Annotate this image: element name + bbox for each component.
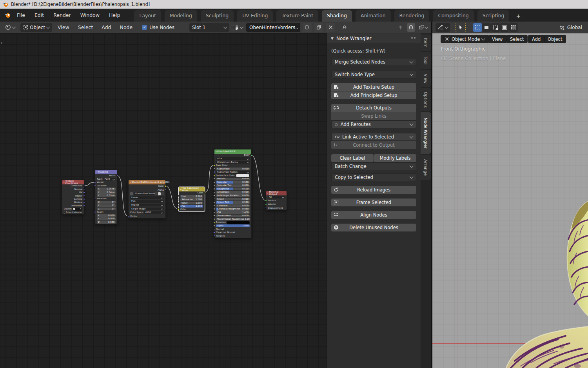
output-socket[interactable] bbox=[83, 185, 85, 187]
input-socket[interactable] bbox=[213, 235, 215, 237]
menu-window[interactable]: Window bbox=[76, 12, 104, 18]
input-socket[interactable] bbox=[94, 181, 96, 183]
tab-options[interactable]: Options bbox=[421, 88, 431, 111]
value-slider[interactable]: Saturation1.500 bbox=[180, 198, 203, 201]
value-slider[interactable]: Transmission0.000 bbox=[216, 215, 250, 217]
tab-sculpting[interactable]: Sculpting bbox=[201, 10, 234, 22]
node-dropdown[interactable]: Point bbox=[103, 178, 116, 180]
value-field[interactable]: Z0° bbox=[97, 208, 116, 210]
input-socket[interactable] bbox=[178, 208, 180, 210]
clear-label-button[interactable]: Clear Label bbox=[331, 154, 374, 162]
input-socket[interactable] bbox=[213, 211, 215, 213]
collapse-icon[interactable]: ▾ bbox=[180, 188, 181, 190]
value-slider[interactable]: Value1.000 bbox=[180, 202, 203, 204]
value-slider[interactable]: IOR1.450 bbox=[216, 211, 250, 214]
node-dropdown[interactable]: Repeat bbox=[130, 204, 164, 206]
value-field[interactable]: X0° bbox=[97, 201, 116, 204]
viewport-menu-object[interactable]: Object bbox=[544, 35, 566, 43]
node-material-output[interactable]: ▾ Material OutputAllSurfaceVolumeDisplac… bbox=[266, 191, 287, 210]
object-mode-dropdown[interactable]: Object Mode bbox=[441, 35, 488, 43]
menu-view[interactable]: View bbox=[54, 24, 73, 30]
input-socket[interactable] bbox=[178, 199, 180, 200]
align-nodes-button[interactable]: Align Nodes bbox=[331, 211, 416, 219]
node-header[interactable]: ▾ Principled BSDF bbox=[214, 149, 251, 154]
collapse-icon[interactable]: ▾ bbox=[216, 151, 217, 153]
menu-add[interactable]: Add bbox=[98, 24, 114, 30]
modify-labels-button[interactable]: Modify Labels bbox=[374, 154, 416, 162]
menu-file[interactable]: File bbox=[12, 12, 30, 18]
select-box-tool-button[interactable] bbox=[456, 23, 466, 32]
snap-toggle-button[interactable] bbox=[407, 23, 415, 32]
value-field[interactable]: X0.05 m bbox=[97, 188, 116, 190]
input-socket[interactable] bbox=[213, 208, 215, 210]
input-socket[interactable] bbox=[178, 195, 180, 197]
output-socket[interactable] bbox=[250, 155, 252, 157]
value-slider[interactable]: Anisotropic Rotation0.000 bbox=[216, 194, 250, 197]
value-slider[interactable]: Metallic0.000 bbox=[216, 178, 250, 180]
node-header[interactable]: ▾ Texture Coordinate bbox=[62, 180, 84, 184]
node-wrangler-panel-header[interactable]: ▼ Node Wrangler bbox=[327, 33, 421, 43]
select-mode-extend-button[interactable] bbox=[482, 23, 491, 32]
value-field[interactable]: Y0° bbox=[97, 204, 116, 207]
input-socket[interactable] bbox=[213, 198, 215, 200]
add-reroutes-dropdown[interactable]: ○ Add Reroutes bbox=[331, 120, 416, 128]
batch-change-dropdown[interactable]: Batch Change bbox=[331, 162, 416, 170]
tab-texture-paint[interactable]: Texture Paint bbox=[276, 10, 318, 22]
input-socket[interactable] bbox=[178, 205, 180, 207]
node-dropdown[interactable]: Christensen-Burley bbox=[216, 161, 250, 164]
value-slider[interactable]: Specular Tint0.000 bbox=[216, 184, 250, 187]
input-socket[interactable] bbox=[213, 188, 215, 190]
input-socket[interactable] bbox=[213, 222, 215, 224]
input-socket[interactable] bbox=[213, 231, 215, 233]
node-dropdown[interactable]: Linear bbox=[130, 196, 164, 199]
viewport-3d[interactable]: Object Mode View Select Add Object › Fro… bbox=[432, 33, 588, 368]
input-socket[interactable] bbox=[213, 205, 215, 207]
blender-menu-icon[interactable] bbox=[3, 11, 12, 20]
color-swatch[interactable] bbox=[227, 221, 250, 224]
output-socket[interactable] bbox=[83, 201, 85, 203]
link-active-to-selected-dropdown[interactable]: Link Active To Selected bbox=[331, 133, 416, 141]
input-socket[interactable] bbox=[213, 218, 215, 220]
tab-scripting[interactable]: Scripting bbox=[477, 10, 510, 22]
tab-uv-editing[interactable]: UV Editing bbox=[237, 10, 273, 22]
add-principled-setup-button[interactable]: Add Principled Setup bbox=[331, 91, 416, 99]
value-slider[interactable]: Subsurface0.000 bbox=[216, 168, 250, 170]
input-socket[interactable] bbox=[213, 191, 215, 193]
tab-node-wrangler[interactable]: Node Wrangler bbox=[421, 112, 431, 154]
node-hue-saturation-value[interactable]: ▾ Hue Saturation ValueColorHue0.500Satur… bbox=[178, 187, 205, 211]
node-image-texture[interactable]: ▾ BluetenBlattTomNevan1.png.001ColorAlph… bbox=[128, 180, 166, 219]
use-nodes-checkbox[interactable]: ✓ bbox=[142, 25, 147, 30]
value-field[interactable]: Z0.900 bbox=[97, 221, 116, 224]
output-socket[interactable] bbox=[83, 198, 85, 200]
tab-compositing[interactable]: Compositing bbox=[433, 10, 474, 22]
collapse-icon[interactable]: ▾ bbox=[96, 171, 98, 173]
select-mode-invert-button[interactable] bbox=[500, 23, 509, 32]
input-socket[interactable] bbox=[213, 201, 215, 203]
input-socket[interactable] bbox=[213, 225, 215, 227]
collapse-icon[interactable]: ▾ bbox=[64, 181, 65, 183]
collapse-icon[interactable]: ▾ bbox=[267, 192, 269, 194]
value-slider[interactable]: Specular0.500 bbox=[216, 181, 250, 184]
material-browse-button[interactable] bbox=[232, 23, 244, 32]
node-dropdown[interactable]: Flat bbox=[130, 200, 164, 203]
color-swatch[interactable] bbox=[236, 174, 250, 177]
select-mode-subtract-button[interactable] bbox=[491, 23, 500, 32]
input-socket[interactable] bbox=[213, 215, 215, 217]
input-socket[interactable] bbox=[265, 207, 267, 209]
add-workspace-button[interactable]: + bbox=[513, 13, 524, 22]
value-slider[interactable]: Anisotropic0.000 bbox=[216, 191, 250, 194]
output-socket[interactable] bbox=[83, 205, 85, 207]
node-mapping[interactable]: ▾ MappingVectorType:PointVectorLocation:… bbox=[95, 169, 118, 224]
transform-orientation-dropdown[interactable]: Global bbox=[557, 23, 585, 32]
image-name-field[interactable]: BluetenBlattTomNe.. bbox=[134, 192, 155, 195]
value-slider[interactable]: Clearcoat0.000 bbox=[216, 204, 250, 207]
node-dropdown[interactable]: All bbox=[268, 196, 285, 199]
input-socket[interactable] bbox=[213, 178, 215, 180]
value-slider[interactable]: Clearcoat Roughness0.030 bbox=[216, 208, 250, 210]
go-parent-node-tree-button[interactable] bbox=[396, 23, 405, 32]
input-socket[interactable] bbox=[94, 185, 96, 187]
collapse-icon[interactable]: ▾ bbox=[130, 181, 131, 183]
output-socket[interactable] bbox=[83, 195, 85, 197]
input-socket[interactable] bbox=[94, 198, 96, 200]
object-picker[interactable]: ✎ bbox=[73, 208, 82, 210]
